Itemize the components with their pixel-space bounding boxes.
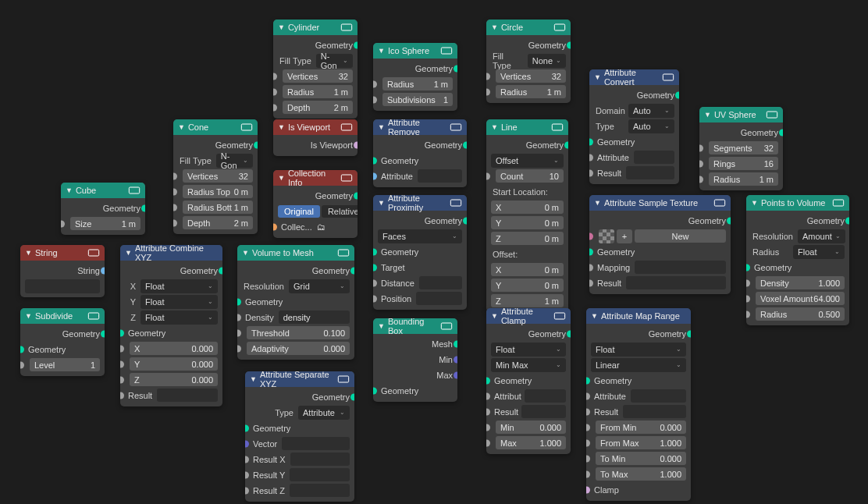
- node-volume-to-mesh[interactable]: ▼Volume to Mesh Geometry ResolutionGrid⌄…: [237, 245, 354, 360]
- collapse-icon[interactable]: ▼: [25, 312, 32, 320]
- display-icon[interactable]: [450, 198, 462, 208]
- node-attr-convert[interactable]: ▼Attribute Convert Geometry DomainAuto⌄ …: [589, 69, 679, 184]
- node-header[interactable]: ▼Cube: [61, 183, 145, 198]
- string-input[interactable]: [25, 279, 100, 293]
- display-icon[interactable]: [551, 122, 564, 132]
- node-header[interactable]: ▼UV Sphere: [699, 107, 783, 122]
- node-attr-clamp[interactable]: ▼Attribute Clamp Geometry Float⌄ Min Max…: [486, 308, 571, 454]
- display-icon[interactable]: [87, 248, 100, 257]
- collapse-icon[interactable]: ▼: [378, 123, 385, 131]
- node-header[interactable]: ▼Cone: [173, 119, 258, 135]
- select-resolution[interactable]: Grid⌄: [289, 279, 350, 293]
- select-resolution[interactable]: Amount⌄: [798, 229, 845, 243]
- node-header[interactable]: ▼Volume to Mesh: [237, 245, 354, 261]
- select-type[interactable]: Auto⌄: [628, 119, 674, 133]
- collapse-icon[interactable]: ▼: [378, 322, 385, 330]
- display-icon[interactable]: [337, 248, 350, 257]
- collapse-icon[interactable]: ▼: [278, 174, 285, 182]
- collapse-icon[interactable]: ▼: [491, 312, 498, 320]
- node-header[interactable]: ▼Attribute Convert: [589, 69, 679, 85]
- display-icon[interactable]: [340, 122, 353, 132]
- field-value[interactable]: 1 m: [122, 219, 136, 229]
- select-y[interactable]: Float⌄: [141, 295, 218, 309]
- select-prox[interactable]: Faces⌄: [378, 229, 462, 243]
- collapse-icon[interactable]: ▼: [278, 123, 285, 131]
- display-icon[interactable]: [240, 122, 253, 132]
- node-points-to-volume[interactable]: ▼Points to Volume Geometry ResolutionAmo…: [746, 195, 849, 325]
- collapse-icon[interactable]: ▼: [378, 47, 385, 55]
- select-z[interactable]: Float⌄: [141, 311, 218, 325]
- node-circle[interactable]: ▼Circle Geometry Fill TypeNone⌄ Vertices…: [486, 20, 571, 103]
- collapse-icon[interactable]: ▼: [704, 111, 711, 119]
- collapse-icon[interactable]: ▼: [751, 199, 758, 207]
- display-icon[interactable]: [440, 321, 453, 331]
- collapse-icon[interactable]: ▼: [378, 199, 385, 207]
- collapse-icon[interactable]: ▼: [594, 199, 601, 207]
- node-icosphere[interactable]: ▼Ico Sphere Geometry Radius1 m Subdivisi…: [373, 43, 457, 111]
- node-bounding-box[interactable]: ▼Bounding Box Mesh Min Max Geometry: [373, 318, 457, 402]
- node-header[interactable]: ▼Ico Sphere: [373, 43, 457, 59]
- select-type[interactable]: Float⌄: [491, 343, 566, 357]
- node-cube[interactable]: ▼Cube Geometry Size1 m: [61, 183, 145, 235]
- display-icon[interactable]: [766, 110, 778, 119]
- texture-swatch[interactable]: [599, 229, 614, 243]
- add-button[interactable]: +: [617, 229, 632, 243]
- collapse-icon[interactable]: ▼: [25, 249, 32, 257]
- collection-icon[interactable]: 🗂: [317, 222, 326, 232]
- collapse-icon[interactable]: ▼: [66, 186, 73, 194]
- node-header[interactable]: ▼Circle: [486, 20, 571, 35]
- display-icon[interactable]: [553, 311, 566, 321]
- node-header[interactable]: ▼Bounding Box: [373, 318, 457, 334]
- display-icon[interactable]: [87, 311, 100, 321]
- collapse-icon[interactable]: ▼: [594, 73, 601, 81]
- node-attr-remove[interactable]: ▼Attribute Remove Geometry Geometry Attr…: [373, 119, 467, 187]
- node-header[interactable]: ▼Attribute Map Range: [586, 308, 691, 324]
- display-icon[interactable]: [128, 186, 141, 195]
- node-attr-combine-xyz[interactable]: ▼Attribute Combine XYZ Geometry XFloat⌄ …: [120, 245, 222, 406]
- display-icon[interactable]: [662, 73, 674, 82]
- btn-relative[interactable]: Relative: [322, 205, 358, 218]
- node-uvsphere[interactable]: ▼UV Sphere Geometry Segments32 Rings16 R…: [699, 107, 783, 190]
- display-icon[interactable]: [553, 23, 566, 32]
- display-icon[interactable]: [832, 198, 845, 208]
- node-attr-map-range[interactable]: ▼Attribute Map Range Geometry Float⌄ Lin…: [586, 308, 691, 501]
- display-icon[interactable]: [340, 23, 353, 32]
- display-icon[interactable]: [340, 173, 353, 183]
- select-mode[interactable]: Offset⌄: [491, 154, 564, 168]
- collapse-icon[interactable]: ▼: [278, 23, 285, 31]
- node-attr-proximity[interactable]: ▼Attribute Proximity Geometry Faces⌄ Geo…: [373, 195, 467, 310]
- node-header[interactable]: ▼Attribute Proximity: [373, 195, 467, 211]
- node-attr-separate-xyz[interactable]: ▼Attribute Separate XYZ Geometry TypeAtt…: [245, 371, 354, 502]
- node-header[interactable]: ▼Line: [486, 119, 568, 135]
- node-header[interactable]: ▼Is Viewport: [273, 119, 358, 135]
- node-header[interactable]: ▼Attribute Sample Texture: [589, 195, 731, 211]
- collapse-icon[interactable]: ▼: [250, 375, 257, 383]
- new-button[interactable]: New: [671, 232, 688, 241]
- node-header[interactable]: ▼Subdivide: [20, 308, 105, 324]
- select-filltype[interactable]: None⌄: [528, 54, 566, 68]
- node-string[interactable]: ▼String String: [20, 245, 105, 297]
- display-icon[interactable]: [440, 46, 453, 55]
- select-radius[interactable]: Float⌄: [793, 245, 845, 259]
- display-icon[interactable]: [713, 198, 726, 208]
- node-cone[interactable]: ▼Cone Geometry Fill TypeN-Gon⌄ Vertices3…: [173, 119, 258, 234]
- display-icon[interactable]: [337, 374, 350, 384]
- node-header[interactable]: ▼Attribute Combine XYZ: [120, 245, 222, 261]
- collapse-icon[interactable]: ▼: [242, 249, 249, 257]
- collapse-icon[interactable]: ▼: [491, 123, 498, 131]
- collapse-icon[interactable]: ▼: [125, 249, 132, 257]
- select-domain[interactable]: Auto⌄: [628, 104, 674, 118]
- select-filltype[interactable]: N-Gon⌄: [216, 154, 253, 168]
- node-header[interactable]: ▼String: [20, 245, 105, 261]
- node-isviewport[interactable]: ▼Is Viewport Is Viewport: [273, 119, 358, 156]
- select-type[interactable]: Attribute⌄: [298, 406, 350, 420]
- display-icon[interactable]: [450, 122, 462, 132]
- select-interp[interactable]: Linear⌄: [591, 358, 686, 372]
- node-header[interactable]: ▼Points to Volume: [746, 195, 849, 211]
- node-subdivide[interactable]: ▼Subdivide Geometry Geometry Level1: [20, 308, 105, 376]
- node-header[interactable]: ▼Attribute Separate XYZ: [245, 371, 354, 387]
- node-cylinder[interactable]: ▼Cylinder Geometry Fill TypeN-Gon⌄ Verti…: [273, 20, 358, 119]
- node-header[interactable]: ▼Cylinder: [273, 20, 358, 35]
- node-header[interactable]: ▼Attribute Remove: [373, 119, 467, 135]
- result-input[interactable]: [157, 389, 218, 402]
